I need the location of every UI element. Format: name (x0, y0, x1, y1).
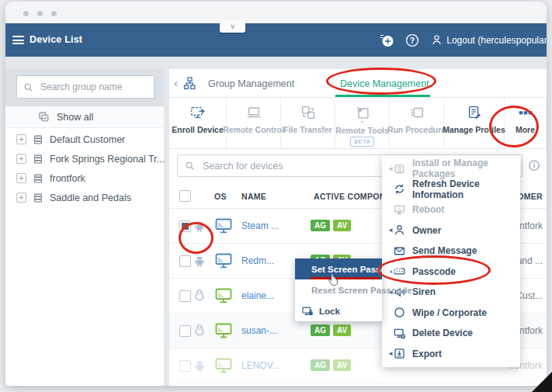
expand-icon[interactable]: + (16, 193, 26, 203)
help-icon[interactable]: ? (404, 33, 420, 48)
tab-device-management[interactable]: Device Management (340, 69, 429, 98)
toolbar-button-remote-control[interactable]: Remote Control (227, 98, 281, 148)
device-monitor-icon (214, 252, 233, 269)
lock-icon (301, 305, 314, 317)
info-icon[interactable] (528, 159, 540, 172)
toolbar-button-manage-profiles[interactable]: Manage Profiles (444, 98, 505, 148)
chevron-down-icon: ⌄ (359, 120, 365, 122)
device-name-link[interactable]: susan-... (241, 325, 277, 336)
chevron-down-icon: ∨ (230, 23, 235, 30)
menu-item-label: Reboot (412, 204, 444, 215)
row-checkbox[interactable] (179, 220, 191, 232)
show-all-button[interactable]: Show all (5, 106, 164, 128)
row-checkbox[interactable] (179, 255, 191, 267)
passcode-submenu: Set Screen PasscodeReset Screen Passcode… (295, 258, 382, 321)
more-icon (516, 104, 535, 121)
menu-item-label: Refresh Device Information (412, 179, 520, 200)
sidebar-group-item[interactable]: +Default Customer (5, 130, 164, 149)
corner-artifact (532, 372, 552, 392)
tab-group-management[interactable]: Group Management (208, 69, 294, 98)
badge-ag: AG (311, 220, 330, 231)
menu-item-send-message[interactable]: Send Message (382, 241, 520, 262)
menu-item-label: Wipe / Corporate (412, 307, 487, 318)
submenu-item-label: Set Screen Passcode (311, 265, 401, 274)
logout-button[interactable]: Logout (herculespopular22( (430, 33, 547, 47)
device-name-link[interactable]: elaine... (241, 290, 274, 301)
export-icon (393, 347, 406, 360)
remote-control-icon (245, 104, 263, 121)
menu-item-refresh-device-information[interactable]: Refresh Device Information (382, 179, 520, 200)
menu-item-reboot[interactable]: Reboot (382, 199, 520, 220)
company-icon (33, 173, 43, 184)
menu-item-label: Passcode (412, 266, 456, 277)
group-sidebar: Show all +Default Customer+Fork Springs … (5, 69, 164, 386)
device-monitor-icon (214, 357, 233, 374)
expand-icon[interactable]: + (16, 134, 26, 144)
expand-icon[interactable]: + (16, 154, 26, 164)
search-icon (185, 161, 195, 171)
hierarchy-icon[interactable] (182, 76, 196, 90)
active-tab-underline (335, 95, 430, 97)
traffic-dot-icon (37, 11, 43, 16)
submenu-item-lock[interactable]: Lock (295, 300, 382, 321)
group-label: Default Customer (50, 134, 125, 145)
select-all-checkbox[interactable] (179, 190, 191, 202)
expand-icon[interactable]: + (16, 173, 26, 183)
app-header-bar: Device List ? Logout (herculespopular22( (5, 23, 547, 57)
search-icon (23, 82, 33, 92)
toolbar-button-label: Enroll Device (172, 125, 224, 134)
device-name-link[interactable]: LENOV... (241, 360, 280, 371)
traffic-dot-icon (51, 11, 57, 16)
column-header-name: NAME (241, 192, 266, 201)
window-titlebar (5, 2, 547, 23)
device-monitor-icon (214, 217, 233, 234)
sidebar-group-item[interactable]: +Fork Springs Regional Tr... (5, 149, 164, 168)
toolbar-button-label: Remote Tools (335, 126, 389, 135)
menu-item-delete-device[interactable]: Delete Device (382, 323, 520, 344)
delete-device-icon (393, 327, 406, 340)
toolbar-button-more[interactable]: More (505, 98, 547, 148)
toolbar-button-run-procedure[interactable]: Run Procedure (390, 98, 444, 148)
menu-item-install-or-manage-packages[interactable]: ◄Install or Manage Packages (382, 158, 520, 179)
menu-item-passcode[interactable]: ◄Passcode (382, 262, 520, 283)
submenu-item-label: Lock (319, 307, 340, 316)
badge-ag: AG (311, 324, 330, 336)
menu-item-export[interactable]: ◄Export (382, 344, 520, 365)
row-checkbox[interactable] (179, 325, 191, 337)
message-icon (393, 245, 406, 258)
submenu-item-set-screen-passcode[interactable]: Set Screen Passcode (295, 258, 382, 279)
group-search-box[interactable] (16, 75, 154, 99)
badge-av: AV (333, 359, 351, 371)
toolbar-button-remote-tools[interactable]: ⌄Remote ToolsBETA (335, 98, 390, 148)
sidebar-group-item[interactable]: +frontfork (5, 168, 164, 188)
page-title: Device List (30, 34, 82, 45)
toolbar-button-enroll-device[interactable]: Enroll Device (169, 98, 227, 148)
add-icon[interactable] (379, 33, 394, 48)
hamburger-menu-icon[interactable] (12, 36, 24, 44)
group-search-input[interactable] (39, 81, 162, 93)
sidebar-group-item[interactable]: +Saddle and Pedals (5, 188, 164, 207)
linux-os-icon (192, 288, 207, 304)
collapse-sidebar-chevron-icon[interactable]: ‹ (174, 76, 178, 89)
toolbar-button-file-transfer[interactable]: File Transfer (281, 98, 335, 148)
row-checkbox[interactable] (179, 290, 191, 302)
menu-item-label: Export (412, 349, 442, 359)
submenu-item-reset-screen-passcode[interactable]: Reset Screen Passcode (295, 279, 382, 300)
collapse-header-tab[interactable]: ∨ (220, 20, 245, 33)
run-procedure-icon (408, 104, 426, 121)
user-icon (430, 33, 446, 47)
menu-item-wipe-corporate[interactable]: Wipe / Corporate (382, 303, 520, 324)
android-os-icon (192, 218, 207, 234)
group-label: frontfork (50, 173, 85, 184)
company-icon (33, 134, 43, 145)
menu-item-owner[interactable]: ◄Owner (382, 220, 520, 241)
device-name-link[interactable]: Steam ... (241, 220, 279, 231)
screenshot-page: Device List ? Logout (herculespopular22(… (0, 0, 552, 392)
more-actions-menu: ◄Install or Manage PackagesRefresh Devic… (382, 155, 520, 367)
row-checkbox[interactable] (179, 360, 191, 372)
toolbar-button-label: Remote Control (223, 125, 284, 134)
group-label: Fork Springs Regional Tr... (50, 154, 165, 165)
reboot-icon (393, 203, 406, 217)
menu-item-label: Siren (412, 286, 436, 297)
device-name-link[interactable]: Redm... (241, 255, 274, 266)
